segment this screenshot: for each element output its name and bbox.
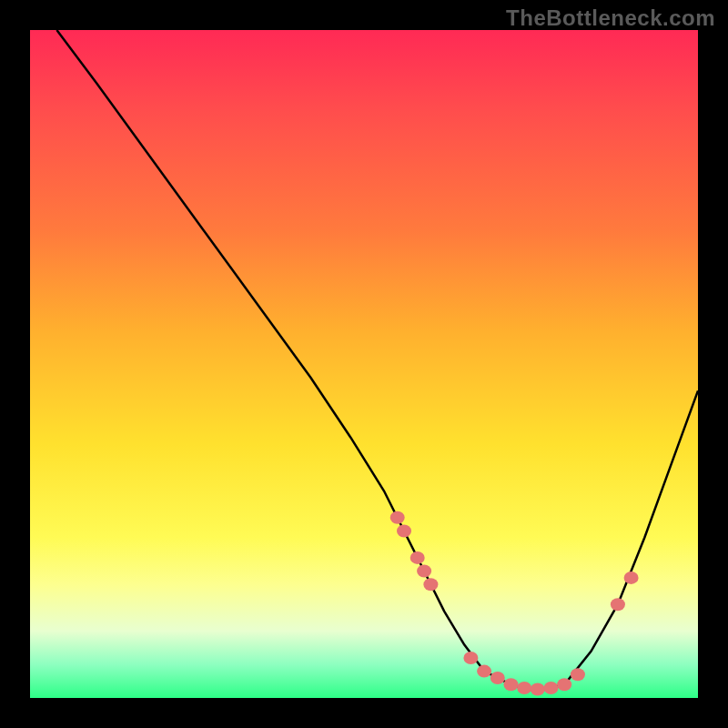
- data-marker: [504, 678, 519, 691]
- data-marker: [517, 682, 531, 694]
- data-marker: [397, 525, 411, 538]
- data-marker: [557, 678, 571, 691]
- data-marker: [477, 665, 491, 678]
- data-marker: [390, 511, 405, 524]
- data-marker: [611, 598, 625, 611]
- chart-svg: [30, 30, 698, 698]
- data-marker: [423, 578, 438, 591]
- bottleneck-curve: [56, 30, 698, 692]
- data-marker: [490, 672, 505, 684]
- data-marker: [417, 565, 431, 578]
- data-marker: [544, 682, 559, 694]
- data-marker: [571, 668, 585, 681]
- data-marker: [531, 683, 545, 696]
- data-markers: [390, 511, 639, 696]
- data-marker: [624, 571, 639, 584]
- chart-plot-area: [30, 30, 698, 698]
- data-marker: [410, 551, 425, 564]
- watermark-text: TheBottleneck.com: [506, 5, 715, 31]
- data-marker: [463, 652, 478, 664]
